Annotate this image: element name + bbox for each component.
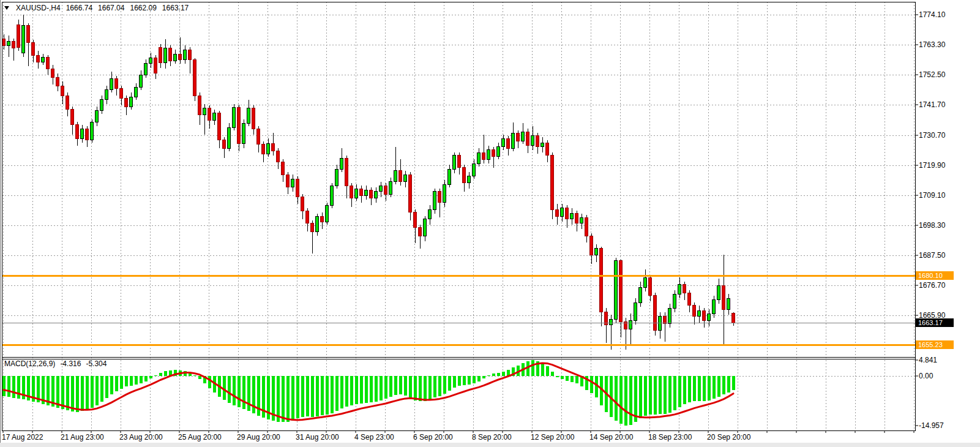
price-tick-label: 1774.10	[919, 10, 946, 19]
ohlc-low: 1662.09	[130, 4, 156, 12]
price-chart-canvas[interactable]: 1774.101763.301752.501741.701730.701719.…	[0, 0, 980, 447]
time-tick-label: 20 Sep 20:00	[707, 433, 751, 441]
macd-tick-label: -14.957	[919, 421, 944, 430]
time-tick-label: 6 Sep 20:00	[413, 433, 453, 441]
macd-name: MACD(12,26,9)	[4, 359, 55, 368]
candles-layer	[2, 15, 735, 350]
price-tick-label: 1698.30	[919, 221, 946, 230]
price-tick-label: 1719.90	[919, 161, 946, 170]
price-tick-label: 1752.50	[919, 70, 946, 79]
price-tick-label: 1676.70	[919, 281, 946, 290]
macd-signal-value: -5.304	[86, 359, 107, 368]
time-tick-label: 29 Aug 20:00	[237, 433, 280, 441]
symbol-timeframe: XAUUSD-,H4	[16, 4, 61, 12]
time-tick-label: 14 Sep 20:00	[589, 433, 634, 441]
macd-layer	[2, 360, 735, 426]
hline-price-tag-lower: 1655.23	[916, 340, 954, 349]
time-tick-label: 21 Aug 23:00	[61, 433, 104, 441]
ohlc-open: 1666.74	[66, 4, 92, 12]
current-price-tag: 1663.17	[916, 318, 954, 327]
price-tick-label: 1763.30	[919, 40, 946, 49]
macd-main-value: -4.316	[60, 359, 81, 368]
time-tick-label: 18 Sep 23:00	[648, 433, 692, 441]
macd-indicator-label: MACD(12,26,9) -4.316 -5.304	[4, 359, 107, 368]
time-tick-label: 8 Sep 20:00	[472, 433, 512, 441]
ohlc-close: 1663.17	[162, 4, 189, 12]
macd-tick-label: 4.841	[919, 356, 937, 364]
overlay-lines-layer	[2, 276, 915, 345]
price-tick-label: 1741.70	[919, 100, 946, 109]
price-tick-label: 1730.70	[919, 131, 946, 140]
hline-price-tag-upper: 1680.10	[916, 271, 954, 280]
trading-chart-window: 1774.101763.301752.501741.701730.701719.…	[0, 0, 980, 447]
time-tick-label: 23 Aug 20:00	[119, 433, 163, 441]
grid-layer	[2, 2, 915, 430]
price-tick-label: 1687.50	[919, 251, 946, 260]
symbol-dropdown-icon[interactable]	[4, 6, 9, 10]
price-tick-label: 1709.10	[919, 191, 946, 200]
ohlc-high: 1667.04	[98, 4, 124, 12]
time-tick-label: 25 Aug 20:00	[178, 433, 222, 441]
time-tick-label: 12 Sep 20:00	[531, 433, 575, 441]
macd-tick-label: 0.00	[919, 372, 933, 380]
time-tick-label: 4 Sep 23:00	[354, 433, 394, 441]
chart-title-bar: XAUUSD-,H4 1666.74 1667.04 1662.09 1663.…	[4, 4, 189, 12]
window-bottom-strip	[0, 443, 980, 447]
time-tick-label: 31 Aug 20:00	[296, 433, 339, 441]
time-tick-label: 17 Aug 2022	[2, 433, 43, 441]
